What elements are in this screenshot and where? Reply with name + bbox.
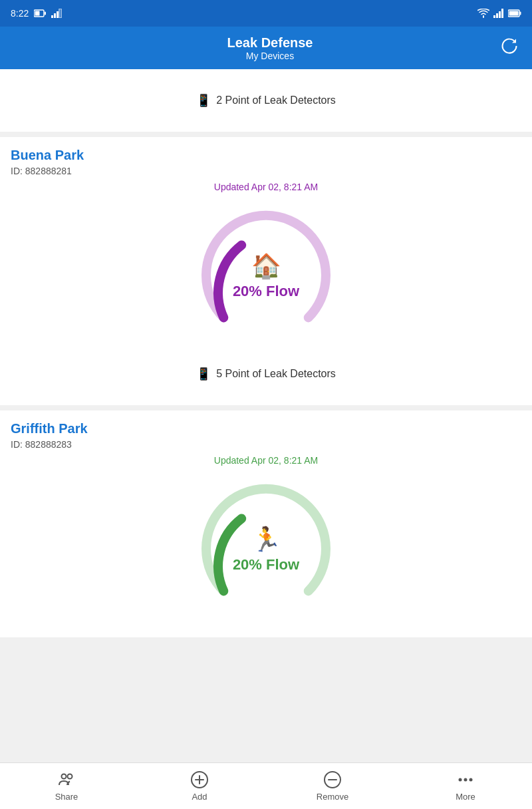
device-name-griffith-park: Griffith Park [11, 421, 521, 436]
detectors-row-buena-park: 📱 5 Point of Leak Detectors [11, 353, 521, 395]
nav-add-label: Add [192, 792, 207, 802]
device-card-griffith-park[interactable]: Griffith Park ID: 882888283 Updated Apr … [0, 410, 532, 637]
detectors-text-buena-park: 5 Point of Leak Detectors [216, 368, 336, 380]
svg-rect-3 [51, 15, 53, 18]
add-circle-icon [190, 770, 209, 789]
svg-rect-12 [520, 12, 521, 15]
battery-status-icon [508, 9, 521, 17]
device-id-griffith-park: ID: 882888283 [11, 439, 521, 450]
app-subtitle: My Devices [43, 51, 497, 61]
remove-circle-icon [323, 770, 342, 789]
nav-more[interactable]: More [399, 763, 532, 809]
gauge-center-griffith-park: 🏃 20% Flow [233, 526, 299, 573]
app-bar-titles: Leak Defense My Devices [43, 35, 497, 61]
detector-icon-1: 📱 [196, 93, 211, 108]
device-card-buena-park[interactable]: Buena Park ID: 882888281 Updated Apr 02,… [0, 137, 532, 405]
device-name-buena-park: Buena Park [11, 148, 521, 163]
svg-rect-6 [59, 9, 61, 18]
svg-rect-2 [35, 11, 40, 16]
svg-rect-9 [499, 11, 501, 18]
more-dots-icon [456, 770, 475, 789]
nav-share-label: Share [55, 792, 78, 802]
svg-point-21 [459, 778, 462, 782]
share-icon [57, 770, 76, 789]
updated-text-buena-park: Updated Apr 02, 8:21 AM [11, 182, 521, 192]
app-bar: Leak Defense My Devices [0, 27, 532, 69]
time-display: 8:22 [11, 8, 29, 19]
first-detectors-row: 📱 2 Point of Leak Detectors [11, 80, 521, 121]
gauge-buena-park: 🏠 20% Flow [11, 200, 521, 347]
status-bar-right [477, 9, 521, 18]
gauge-center-buena-park: 🏠 20% Flow [233, 252, 299, 300]
nav-remove-label: Remove [317, 792, 348, 802]
first-detectors-text: 2 Point of Leak Detectors [216, 94, 336, 106]
updated-text-griffith-park: Updated Apr 02, 8:21 AM [11, 455, 521, 466]
app-title: Leak Defense [43, 35, 497, 51]
svg-rect-10 [501, 9, 503, 18]
flow-label-griffith-park: 20% Flow [233, 556, 299, 573]
home-icon: 🏠 [251, 252, 281, 280]
battery-icon [34, 9, 46, 17]
flow-label-buena-park: 20% Flow [233, 283, 299, 300]
run-icon: 🏃 [251, 526, 281, 554]
svg-rect-4 [54, 13, 56, 18]
svg-rect-1 [45, 12, 46, 15]
first-card: 📱 2 Point of Leak Detectors [0, 69, 532, 132]
detector-icon-buena: 📱 [196, 367, 211, 381]
svg-rect-8 [496, 13, 498, 18]
nav-share[interactable]: Share [0, 763, 133, 809]
cellular-icon [493, 9, 504, 18]
nav-more-label: More [456, 792, 475, 802]
signal-icon [51, 9, 62, 18]
svg-rect-5 [57, 11, 59, 18]
gauge-griffith-park: 🏃 20% Flow [11, 474, 521, 620]
refresh-button[interactable] [497, 34, 521, 62]
nav-add[interactable]: Add [133, 763, 266, 809]
svg-rect-13 [509, 11, 519, 16]
status-bar: 8:22 [0, 0, 532, 27]
wifi-icon [477, 9, 489, 18]
svg-point-22 [464, 778, 467, 782]
status-bar-left: 8:22 [11, 8, 62, 19]
svg-point-23 [469, 778, 473, 782]
content-area: 📱 2 Point of Leak Detectors Buena Park I… [0, 69, 532, 637]
nav-remove[interactable]: Remove [266, 763, 399, 809]
device-id-buena-park: ID: 882888281 [11, 166, 521, 176]
svg-point-15 [68, 774, 72, 779]
svg-point-14 [62, 774, 66, 779]
bottom-nav: Share Add Remove More [0, 762, 532, 809]
svg-rect-7 [493, 15, 495, 18]
refresh-icon [500, 37, 519, 55]
